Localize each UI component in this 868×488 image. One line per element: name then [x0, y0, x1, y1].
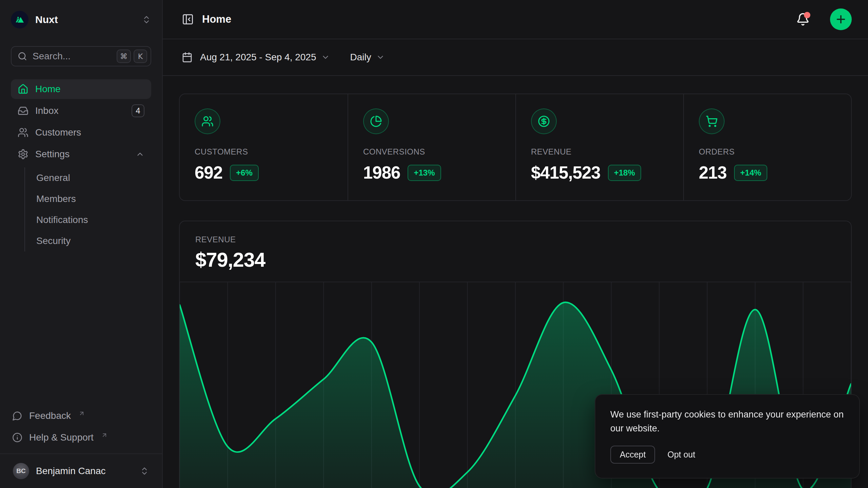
- accept-cookies-button[interactable]: Accept: [610, 446, 655, 464]
- stat-card-customers: CUSTOMERS 692 +6%: [180, 94, 348, 200]
- revenue-header: REVENUE $79,234: [180, 221, 851, 282]
- stat-label: CUSTOMERS: [195, 147, 333, 157]
- stats-row: CUSTOMERS 692 +6% CONVERSIONS 1986 +13%: [179, 94, 852, 201]
- sidebar-spacer: [11, 251, 151, 405]
- stat-value: 1986: [363, 163, 400, 183]
- cookie-message: We use first-party cookies to enhance yo…: [610, 408, 844, 435]
- sidebar-item-label: Help & Support: [29, 432, 94, 443]
- user-avatar: BC: [13, 463, 29, 479]
- sidebar-item-settings[interactable]: Settings: [11, 144, 151, 164]
- stat-value: 213: [699, 163, 727, 183]
- sidebar-item-inbox[interactable]: Inbox 4: [11, 101, 151, 121]
- sidebar-item-label: Inbox: [35, 105, 59, 116]
- sidebar-item-notifications[interactable]: Notifications: [25, 209, 151, 230]
- stat-label: ORDERS: [699, 147, 836, 157]
- pie-chart-icon: [363, 108, 389, 134]
- inbox-icon: [18, 105, 28, 116]
- sidebar-item-security[interactable]: Security: [25, 230, 151, 251]
- shopping-cart-icon: [699, 108, 725, 134]
- cookie-banner: We use first-party cookies to enhance yo…: [595, 394, 860, 479]
- circle-dollar-icon: [531, 108, 557, 134]
- cookie-actions: Accept Opt out: [610, 446, 844, 464]
- stat-delta-badge: +13%: [408, 165, 441, 181]
- info-circle-icon: [12, 432, 22, 443]
- stat-label: REVENUE: [531, 147, 668, 157]
- kbd-k: K: [134, 49, 147, 63]
- sidebar-footer: Feedback Help & Support: [11, 405, 151, 450]
- settings-sub-menu: General Members Notifications Security: [24, 167, 151, 251]
- kbd-cmd: ⌘: [117, 49, 131, 63]
- revenue-total: $79,234: [195, 248, 835, 271]
- stat-delta-badge: +6%: [230, 165, 259, 181]
- search-input[interactable]: Search... ⌘ K: [11, 46, 151, 66]
- user-name: Benjamin Canac: [36, 466, 105, 476]
- search-placeholder: Search...: [33, 51, 71, 62]
- chevron-down-icon[interactable]: [321, 53, 330, 62]
- inbox-unread-badge: 4: [132, 104, 144, 117]
- stat-value: $415,523: [531, 163, 600, 183]
- stat-label: CONVERSIONS: [363, 147, 500, 157]
- stat-card-revenue: REVENUE $415,523 +18%: [515, 94, 683, 200]
- team-switcher[interactable]: Nuxt: [11, 9, 151, 30]
- sidebar-collapse-icon[interactable]: [182, 13, 194, 25]
- user-menu[interactable]: BC Benjamin Canac: [11, 454, 151, 488]
- sidebar-item-customers[interactable]: Customers: [11, 123, 151, 142]
- sidebar-item-general[interactable]: General: [25, 167, 151, 188]
- stat-delta-badge: +18%: [608, 165, 641, 181]
- users-icon: [195, 108, 220, 134]
- sidebar-item-help-support[interactable]: Help & Support: [11, 427, 151, 448]
- toolbar: Aug 21, 2025 - Sep 4, 2025 Daily: [163, 39, 868, 76]
- notifications-bell-button[interactable]: [796, 13, 810, 26]
- optout-cookies-button[interactable]: Opt out: [667, 450, 695, 460]
- sidebar-item-home[interactable]: Home: [11, 79, 151, 99]
- sidebar-item-label: Home: [35, 84, 61, 95]
- sidebar-item-label: Customers: [35, 127, 81, 138]
- message-circle-icon: [12, 411, 22, 421]
- chevrons-up-down-icon: [142, 15, 151, 24]
- users-icon: [18, 127, 28, 138]
- stat-value: 692: [195, 163, 222, 183]
- calendar-icon: [182, 52, 193, 63]
- add-button[interactable]: [830, 8, 852, 30]
- external-link-arrow-icon: [78, 410, 85, 417]
- external-link-arrow-icon: [101, 432, 108, 439]
- period-select[interactable]: Daily: [350, 52, 371, 63]
- revenue-label: REVENUE: [195, 235, 835, 244]
- stat-card-orders: ORDERS 213 +14%: [683, 94, 851, 200]
- sidebar-nav: Home Inbox 4 Customers Settings Ge: [11, 79, 151, 251]
- settings-gear-icon: [18, 149, 28, 160]
- sidebar-item-feedback[interactable]: Feedback: [11, 405, 151, 426]
- chevron-up-icon: [136, 150, 144, 159]
- notification-dot: [804, 12, 810, 18]
- home-icon: [18, 84, 28, 95]
- page-title: Home: [202, 13, 231, 25]
- date-range-picker[interactable]: Aug 21, 2025 - Sep 4, 2025: [200, 52, 316, 63]
- chevron-down-icon[interactable]: [376, 53, 385, 62]
- sidebar-item-label: Feedback: [29, 410, 71, 421]
- sidebar-item-label: Settings: [35, 149, 70, 160]
- chevrons-up-down-icon: [140, 466, 149, 476]
- team-name: Nuxt: [35, 14, 58, 25]
- main-header: Home: [163, 0, 868, 39]
- nuxt-logo-icon: [11, 11, 28, 28]
- stat-delta-badge: +14%: [734, 165, 767, 181]
- sidebar: Nuxt Search... ⌘ K Home Inbox 4: [0, 0, 163, 488]
- stat-card-conversions: CONVERSIONS 1986 +13%: [348, 94, 515, 200]
- sidebar-item-members[interactable]: Members: [25, 188, 151, 209]
- search-icon: [18, 52, 27, 61]
- search-shortcut: ⌘ K: [117, 49, 147, 63]
